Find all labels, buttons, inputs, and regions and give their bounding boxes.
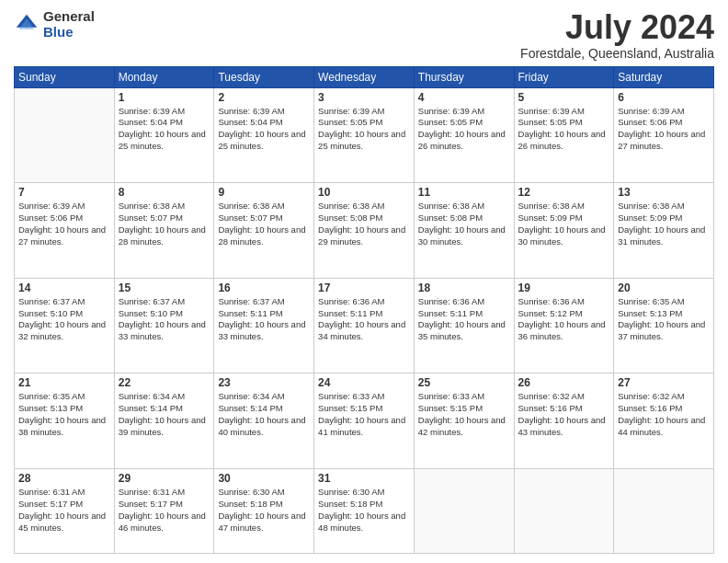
day-number: 5 bbox=[518, 91, 610, 104]
day-number: 19 bbox=[518, 282, 610, 294]
calendar-cell: 29Sunrise: 6:31 AM Sunset: 5:17 PM Dayli… bbox=[114, 469, 214, 554]
calendar-cell: 24Sunrise: 6:33 AM Sunset: 5:15 PM Dayli… bbox=[314, 373, 415, 469]
day-number: 15 bbox=[119, 282, 210, 294]
calendar-header-thursday: Thursday bbox=[414, 66, 514, 87]
day-info: Sunrise: 6:39 AM Sunset: 5:04 PM Dayligh… bbox=[119, 106, 210, 153]
day-info: Sunrise: 6:34 AM Sunset: 5:14 PM Dayligh… bbox=[218, 391, 310, 438]
day-number: 14 bbox=[18, 282, 110, 294]
day-number: 22 bbox=[119, 376, 210, 389]
day-number: 12 bbox=[518, 186, 610, 199]
day-number: 23 bbox=[218, 376, 310, 389]
day-number: 31 bbox=[318, 472, 410, 485]
calendar-cell: 4Sunrise: 6:39 AM Sunset: 5:05 PM Daylig… bbox=[414, 87, 514, 183]
calendar-week-row: 21Sunrise: 6:35 AM Sunset: 5:13 PM Dayli… bbox=[15, 373, 714, 469]
day-number: 11 bbox=[418, 186, 510, 199]
calendar-cell bbox=[614, 469, 714, 554]
day-number: 3 bbox=[318, 91, 410, 104]
day-info: Sunrise: 6:35 AM Sunset: 5:13 PM Dayligh… bbox=[618, 296, 710, 343]
calendar-cell: 12Sunrise: 6:38 AM Sunset: 5:09 PM Dayli… bbox=[514, 183, 614, 279]
calendar-cell: 17Sunrise: 6:36 AM Sunset: 5:11 PM Dayli… bbox=[314, 278, 415, 373]
day-number: 10 bbox=[318, 186, 410, 199]
day-number: 9 bbox=[218, 186, 310, 199]
day-number: 25 bbox=[418, 376, 510, 389]
day-info: Sunrise: 6:38 AM Sunset: 5:07 PM Dayligh… bbox=[218, 201, 310, 247]
day-info: Sunrise: 6:38 AM Sunset: 5:08 PM Dayligh… bbox=[418, 201, 510, 247]
day-number: 7 bbox=[18, 186, 110, 199]
title-block: July 2024 Forestdale, Queensland, Austra… bbox=[520, 9, 714, 61]
day-info: Sunrise: 6:30 AM Sunset: 5:18 PM Dayligh… bbox=[318, 487, 410, 534]
day-info: Sunrise: 6:32 AM Sunset: 5:16 PM Dayligh… bbox=[518, 391, 610, 438]
day-info: Sunrise: 6:38 AM Sunset: 5:07 PM Dayligh… bbox=[119, 201, 210, 247]
calendar-cell: 6Sunrise: 6:39 AM Sunset: 5:06 PM Daylig… bbox=[614, 87, 714, 183]
calendar-header-friday: Friday bbox=[514, 66, 614, 87]
calendar-cell: 26Sunrise: 6:32 AM Sunset: 5:16 PM Dayli… bbox=[514, 373, 614, 469]
day-info: Sunrise: 6:39 AM Sunset: 5:04 PM Dayligh… bbox=[218, 106, 310, 153]
calendar-cell bbox=[414, 469, 514, 554]
day-info: Sunrise: 6:38 AM Sunset: 5:09 PM Dayligh… bbox=[618, 201, 710, 247]
calendar-cell: 18Sunrise: 6:36 AM Sunset: 5:11 PM Dayli… bbox=[414, 278, 514, 373]
day-info: Sunrise: 6:38 AM Sunset: 5:09 PM Dayligh… bbox=[518, 201, 610, 247]
calendar-cell: 22Sunrise: 6:34 AM Sunset: 5:14 PM Dayli… bbox=[114, 373, 214, 469]
calendar-week-row: 28Sunrise: 6:31 AM Sunset: 5:17 PM Dayli… bbox=[15, 469, 714, 554]
calendar-cell: 20Sunrise: 6:35 AM Sunset: 5:13 PM Dayli… bbox=[614, 278, 714, 373]
day-info: Sunrise: 6:35 AM Sunset: 5:13 PM Dayligh… bbox=[18, 391, 110, 438]
day-number: 17 bbox=[318, 282, 410, 294]
day-number: 8 bbox=[119, 186, 210, 199]
logo-icon bbox=[14, 12, 40, 38]
calendar-header-monday: Monday bbox=[114, 66, 214, 87]
day-number: 20 bbox=[618, 282, 710, 294]
calendar-header-sunday: Sunday bbox=[15, 66, 115, 87]
day-number: 28 bbox=[18, 472, 110, 485]
day-info: Sunrise: 6:32 AM Sunset: 5:16 PM Dayligh… bbox=[618, 391, 710, 438]
page: General Blue July 2024 Forestdale, Queen… bbox=[0, 0, 728, 563]
day-info: Sunrise: 6:38 AM Sunset: 5:08 PM Dayligh… bbox=[318, 201, 410, 247]
day-number: 13 bbox=[618, 186, 710, 199]
logo-text: General Blue bbox=[43, 9, 95, 40]
calendar-header-wednesday: Wednesday bbox=[314, 66, 415, 87]
calendar-week-row: 7Sunrise: 6:39 AM Sunset: 5:06 PM Daylig… bbox=[15, 183, 714, 279]
day-info: Sunrise: 6:30 AM Sunset: 5:18 PM Dayligh… bbox=[218, 487, 310, 534]
day-number: 21 bbox=[18, 376, 110, 389]
calendar-cell: 23Sunrise: 6:34 AM Sunset: 5:14 PM Dayli… bbox=[214, 373, 314, 469]
calendar-cell: 2Sunrise: 6:39 AM Sunset: 5:04 PM Daylig… bbox=[214, 87, 314, 183]
day-number: 27 bbox=[618, 376, 710, 389]
day-number: 18 bbox=[418, 282, 510, 294]
calendar-week-row: 14Sunrise: 6:37 AM Sunset: 5:10 PM Dayli… bbox=[15, 278, 714, 373]
day-number: 16 bbox=[218, 282, 310, 294]
day-number: 4 bbox=[418, 91, 510, 104]
day-info: Sunrise: 6:36 AM Sunset: 5:12 PM Dayligh… bbox=[518, 296, 610, 343]
day-number: 26 bbox=[518, 376, 610, 389]
calendar-cell: 14Sunrise: 6:37 AM Sunset: 5:10 PM Dayli… bbox=[15, 278, 115, 373]
calendar-cell: 8Sunrise: 6:38 AM Sunset: 5:07 PM Daylig… bbox=[114, 183, 214, 279]
calendar-header-saturday: Saturday bbox=[614, 66, 714, 87]
calendar-cell: 15Sunrise: 6:37 AM Sunset: 5:10 PM Dayli… bbox=[114, 278, 214, 373]
calendar-cell: 1Sunrise: 6:39 AM Sunset: 5:04 PM Daylig… bbox=[114, 87, 214, 183]
day-number: 29 bbox=[119, 472, 210, 485]
calendar-cell: 31Sunrise: 6:30 AM Sunset: 5:18 PM Dayli… bbox=[314, 469, 415, 554]
location: Forestdale, Queensland, Australia bbox=[520, 46, 714, 61]
calendar-cell: 30Sunrise: 6:30 AM Sunset: 5:18 PM Dayli… bbox=[214, 469, 314, 554]
calendar-cell: 3Sunrise: 6:39 AM Sunset: 5:05 PM Daylig… bbox=[314, 87, 415, 183]
day-info: Sunrise: 6:37 AM Sunset: 5:11 PM Dayligh… bbox=[218, 296, 310, 343]
day-info: Sunrise: 6:33 AM Sunset: 5:15 PM Dayligh… bbox=[318, 391, 410, 438]
day-info: Sunrise: 6:39 AM Sunset: 5:06 PM Dayligh… bbox=[618, 106, 710, 153]
day-info: Sunrise: 6:33 AM Sunset: 5:15 PM Dayligh… bbox=[418, 391, 510, 438]
calendar-cell bbox=[15, 87, 115, 183]
month-year: July 2024 bbox=[520, 9, 714, 46]
header: General Blue July 2024 Forestdale, Queen… bbox=[14, 9, 714, 61]
day-info: Sunrise: 6:36 AM Sunset: 5:11 PM Dayligh… bbox=[318, 296, 410, 343]
day-number: 30 bbox=[218, 472, 310, 485]
calendar-header-tuesday: Tuesday bbox=[214, 66, 314, 87]
logo-blue: Blue bbox=[43, 25, 95, 40]
day-number: 24 bbox=[318, 376, 410, 389]
calendar-cell: 28Sunrise: 6:31 AM Sunset: 5:17 PM Dayli… bbox=[15, 469, 115, 554]
calendar-table: SundayMondayTuesdayWednesdayThursdayFrid… bbox=[14, 66, 714, 554]
day-info: Sunrise: 6:39 AM Sunset: 5:05 PM Dayligh… bbox=[518, 106, 610, 153]
calendar-header-row: SundayMondayTuesdayWednesdayThursdayFrid… bbox=[15, 66, 714, 87]
day-info: Sunrise: 6:37 AM Sunset: 5:10 PM Dayligh… bbox=[18, 296, 110, 343]
day-info: Sunrise: 6:39 AM Sunset: 5:05 PM Dayligh… bbox=[418, 106, 510, 153]
calendar-cell: 13Sunrise: 6:38 AM Sunset: 5:09 PM Dayli… bbox=[614, 183, 714, 279]
calendar-cell bbox=[514, 469, 614, 554]
calendar-cell: 10Sunrise: 6:38 AM Sunset: 5:08 PM Dayli… bbox=[314, 183, 415, 279]
logo-general: General bbox=[43, 9, 95, 25]
